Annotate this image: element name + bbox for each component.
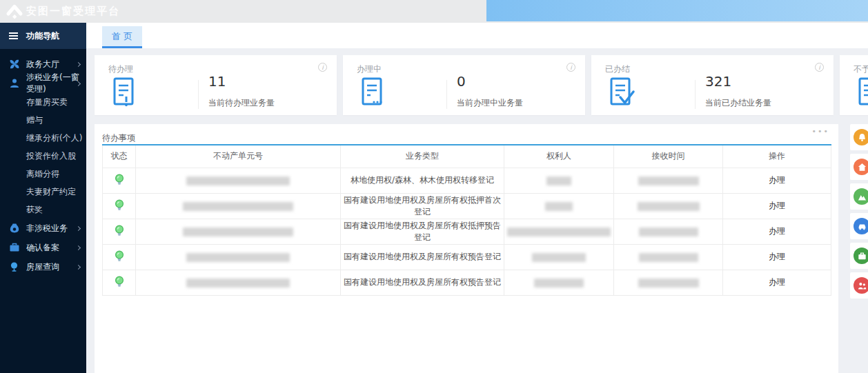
business-type-cell: 林地使用权/森林、林木使用权转移登记 (341, 168, 504, 193)
sidebar-item-investment-shares[interactable]: 投资作价入股 (0, 147, 86, 165)
status-cell (103, 244, 136, 270)
handle-button[interactable]: 办理 (769, 175, 785, 185)
stat-desc: 当前待办理业务量 (208, 97, 275, 109)
redacted-text (186, 279, 290, 288)
doc-exclaim-icon (112, 77, 137, 111)
sidebar-item-divorce-division[interactable]: 离婚分得 (0, 165, 86, 183)
column-header: 业务类型 (341, 145, 504, 168)
sidebar-item-label: 赠与 (26, 114, 43, 126)
quick-action-1[interactable] (850, 124, 868, 150)
stat-title: 待办理 (108, 63, 133, 75)
business-type-cell: 国有建设用地使用权及房屋所有权抵押首次登记 (341, 193, 504, 219)
receive-time-cell (614, 270, 723, 295)
table-row[interactable]: 林地使用权/森林、林木使用权转移登记 办理 (103, 168, 831, 193)
todo-panel-title: 待办事项 (102, 132, 135, 144)
top-header: 安图一窗受理平台 (0, 0, 868, 23)
business-type-cell: 国有建设用地使用权及房屋所有权预告登记 (341, 270, 504, 295)
pinwheel-icon (9, 59, 20, 70)
sidebar-header[interactable]: 功能导航 (0, 23, 86, 49)
sidebar-item-label: 存量房买卖 (26, 97, 68, 108)
doc-ellipsis-icon (361, 77, 386, 111)
sidebar-item-marital-property[interactable]: 夫妻财产约定 (0, 183, 86, 201)
quick-action-5[interactable] (850, 243, 868, 269)
action-cell: 办理 (723, 244, 831, 270)
sidebar-item-tax-business[interactable]: 涉税业务(一窗受理) (0, 74, 86, 93)
sidebar-item-confirm-record[interactable]: 确认备案 (0, 238, 86, 257)
bulb-status-icon (115, 250, 124, 262)
owner-cell (504, 219, 614, 244)
quick-action-4[interactable] (850, 213, 868, 239)
stat-card-registration-denied: 不予登记 (840, 55, 868, 115)
redacted-text (638, 279, 699, 288)
sidebar-item-label: 离婚分得 (26, 168, 59, 180)
sidebar-item-government-hall[interactable]: 政务大厅 (0, 54, 86, 74)
quick-action-2[interactable] (850, 154, 868, 180)
handle-button[interactable]: 办理 (769, 277, 785, 287)
redacted-text (638, 202, 700, 211)
stat-value: 0 (457, 73, 466, 90)
table-row[interactable]: 国有建设用地使用权及房屋所有权抵押首次登记 办理 (103, 193, 831, 219)
column-header: 状态 (103, 145, 136, 168)
table-row[interactable]: 国有建设用地使用权及房屋所有权预告登记 办理 (103, 244, 831, 270)
redacted-text (534, 279, 584, 288)
bulb-status-icon (115, 199, 124, 211)
tab-bar: 首 页 (86, 23, 868, 48)
info-icon[interactable]: i (318, 63, 327, 72)
more-icon[interactable]: ••• (812, 127, 829, 136)
business-type-cell: 国有建设用地使用权及房屋所有权抵押预告登记 (341, 219, 504, 244)
redacted-text (507, 228, 611, 236)
sidebar-item-house-query[interactable]: 房屋查询 (0, 257, 86, 276)
stat-title: 不予登记 (854, 63, 868, 75)
owner-cell (504, 193, 614, 219)
handle-button[interactable]: 办理 (769, 252, 785, 261)
stat-card-in-progress: 办理中 i 0 当前办理中业务量 (343, 55, 585, 115)
redacted-text (186, 177, 290, 185)
receive-time-cell (614, 168, 723, 193)
stat-desc: 当前办理中业务量 (457, 97, 523, 109)
menu-icon[interactable] (9, 32, 18, 39)
chevron-right-icon (76, 265, 81, 270)
info-icon[interactable]: i (566, 63, 575, 72)
header-banner (486, 0, 868, 21)
car-icon (854, 218, 868, 234)
sidebar-item-inheritance[interactable]: 继承分析(个人) (0, 129, 86, 147)
table-row[interactable]: 国有建设用地使用权及房屋所有权抵押预告登记 办理 (103, 219, 831, 244)
sidebar-item-label: 政务大厅 (26, 59, 59, 70)
receive-time-cell (614, 219, 723, 244)
info-icon[interactable]: i (815, 63, 824, 72)
sidebar-item-award[interactable]: 获奖 (0, 201, 86, 219)
stat-title: 办理中 (357, 63, 382, 75)
column-header: 接收时间 (614, 145, 723, 168)
handle-button[interactable]: 办理 (769, 201, 785, 210)
redacted-text (186, 253, 290, 262)
tab-home[interactable]: 首 页 (102, 26, 142, 48)
app-title: 安图一窗受理平台 (26, 5, 120, 18)
sidebar-item-existing-house-sale[interactable]: 存量房买卖 (0, 93, 86, 111)
search-icon (9, 261, 20, 272)
stat-value: 321 (705, 73, 731, 90)
status-cell (103, 219, 136, 244)
quick-action-3[interactable] (850, 183, 868, 210)
unit-number-cell (136, 168, 341, 193)
action-cell: 办理 (723, 270, 831, 295)
column-header: 权利人 (504, 145, 614, 168)
stat-desc: 当前已办结业务量 (705, 97, 771, 109)
bell-icon (854, 129, 868, 145)
column-header: 操作 (723, 145, 831, 168)
stat-card-pending: 待办理 i 11 当前待办理业务量 (95, 55, 337, 115)
table-row[interactable]: 国有建设用地使用权及房屋所有权预告登记 办理 (103, 270, 831, 295)
divider (198, 80, 199, 109)
quick-action-6[interactable] (850, 272, 868, 299)
receive-time-cell (614, 244, 723, 270)
sidebar-item-label: 继承分析(个人) (26, 132, 82, 144)
briefcase-icon (854, 248, 868, 264)
business-type-cell: 国有建设用地使用权及房屋所有权预告登记 (341, 244, 504, 270)
redacted-text (183, 228, 293, 236)
sidebar-item-non-tax-business[interactable]: 非涉税业务 (0, 219, 86, 238)
divider (695, 80, 696, 109)
sidebar-item-gift[interactable]: 赠与 (0, 111, 86, 129)
app-logo-icon (6, 3, 23, 23)
table-header-row: 状态不动产单元号业务类型权利人接收时间操作 (103, 145, 831, 168)
handle-button[interactable]: 办理 (769, 226, 785, 236)
redacted-text (545, 202, 573, 211)
